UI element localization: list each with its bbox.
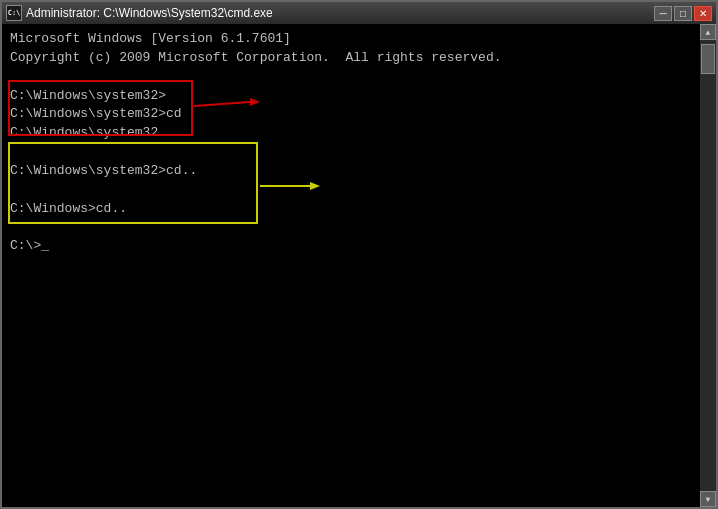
window-title: Administrator: C:\Windows\System32\cmd.e… xyxy=(26,6,273,20)
minimize-button[interactable]: ─ xyxy=(654,6,672,21)
scrollbar-thumb[interactable] xyxy=(701,44,715,74)
maximize-button[interactable]: □ xyxy=(674,6,692,21)
terminal[interactable]: Microsoft Windows [Version 6.1.7601] Cop… xyxy=(2,24,700,507)
window: C:\ Administrator: C:\Windows\System32\c… xyxy=(0,0,718,509)
scrollbar-track[interactable] xyxy=(700,40,716,491)
title-bar: C:\ Administrator: C:\Windows\System32\c… xyxy=(2,2,716,24)
cddotdot-command-box xyxy=(8,142,258,224)
scrollbar-up-button[interactable]: ▲ xyxy=(700,24,716,40)
scrollbar: ▲ ▼ xyxy=(700,24,716,507)
window-content: Microsoft Windows [Version 6.1.7601] Cop… xyxy=(2,24,716,507)
scrollbar-down-button[interactable]: ▼ xyxy=(700,491,716,507)
title-bar-buttons: ─ □ ✕ xyxy=(654,6,712,21)
title-bar-left: C:\ Administrator: C:\Windows\System32\c… xyxy=(6,5,273,21)
terminal-line-11: C:\>_ xyxy=(10,237,692,256)
terminal-line-1: Copyright (c) 2009 Microsoft Corporation… xyxy=(10,49,692,68)
cmd-icon: C:\ xyxy=(6,5,22,21)
cd-command-box xyxy=(8,80,193,136)
close-button[interactable]: ✕ xyxy=(694,6,712,21)
terminal-line-0: Microsoft Windows [Version 6.1.7601] xyxy=(10,30,692,49)
